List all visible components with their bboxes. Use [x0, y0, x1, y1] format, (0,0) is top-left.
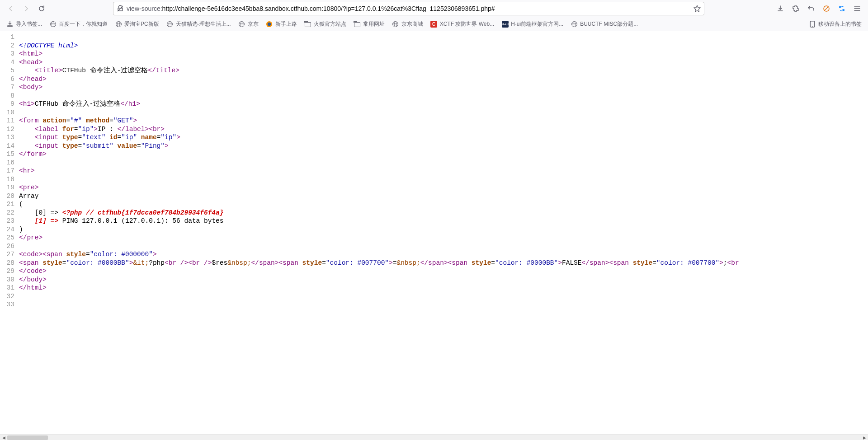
bookmark-hui[interactable]: H-uiH-ui前端框架官方网... — [499, 19, 566, 30]
extension-icon[interactable] — [788, 1, 803, 16]
menu-icon[interactable] — [850, 1, 864, 16]
line-number: 2 — [0, 42, 19, 50]
globe-icon — [115, 20, 122, 28]
line-number: 24 — [0, 225, 19, 234]
line-number: 23 — [0, 217, 19, 225]
globe-icon — [166, 20, 174, 28]
line-number: 30 — [0, 276, 19, 284]
reload-button[interactable] — [34, 1, 49, 16]
line-number: 17 — [0, 167, 19, 175]
scroll-thumb[interactable] — [7, 435, 48, 440]
undo-arrow-icon[interactable] — [804, 1, 818, 16]
hui-icon: H-ui — [501, 20, 509, 28]
url-bar[interactable]: view-source:http://challenge-5e616dc3ee4… — [113, 2, 704, 15]
browser-toolbar: view-source:http://challenge-5e616dc3ee4… — [0, 0, 868, 17]
line-number: 1 — [0, 33, 19, 42]
bookmark-xctf[interactable]: CXCTF 攻防世界 Web... — [428, 19, 497, 30]
line-number: 31 — [0, 284, 19, 292]
line-number: 20 — [0, 192, 19, 201]
globe-icon — [392, 20, 399, 28]
url-text: view-source:http://challenge-5e616dc3ee4… — [127, 5, 691, 12]
bookmark-star-icon[interactable] — [693, 5, 701, 12]
bookmark-jdmall[interactable]: 京东商城 — [389, 19, 426, 30]
globe-icon — [49, 20, 57, 28]
line-number: 29 — [0, 267, 19, 276]
source-view[interactable]: 1 2<!DOCTYPE html> 3<html> 4<head> 5 <ti… — [0, 31, 868, 434]
line-number: 21 — [0, 200, 19, 209]
line-number: 4 — [0, 58, 19, 67]
svg-point-4 — [812, 26, 813, 27]
svg-point-2 — [268, 22, 271, 26]
sync-icon[interactable] — [835, 1, 849, 16]
bookmark-jd[interactable]: 京东 — [236, 19, 261, 30]
scroll-right-button[interactable]: ▶ — [861, 435, 868, 440]
line-number: 10 — [0, 108, 19, 117]
globe-icon — [238, 20, 245, 28]
line-number: 25 — [0, 234, 19, 242]
line-number: 5 — [0, 66, 19, 75]
bookmark-aitaobao[interactable]: 爱淘宝PC新版 — [112, 19, 162, 30]
line-number: 28 — [0, 259, 19, 267]
line-number: 7 — [0, 83, 19, 92]
mobile-icon — [809, 20, 816, 28]
line-number: 27 — [0, 250, 19, 259]
bookmark-baidu[interactable]: 百度一下，你就知道 — [47, 19, 110, 30]
line-number: 18 — [0, 175, 19, 184]
downloads-icon[interactable] — [773, 1, 788, 16]
horizontal-scrollbar[interactable]: ◀ ▶ — [0, 434, 868, 440]
line-number: 14 — [0, 142, 19, 150]
firefox-icon — [266, 20, 273, 28]
line-number: 12 — [0, 125, 19, 134]
blocker-icon[interactable] — [819, 1, 834, 16]
scroll-left-button[interactable]: ◀ — [0, 435, 7, 440]
forward-button[interactable] — [19, 1, 33, 16]
xctf-icon: C — [430, 20, 438, 28]
line-number: 8 — [0, 92, 19, 100]
line-number: 26 — [0, 242, 19, 251]
bookmark-import[interactable]: 导入书签... — [4, 19, 45, 30]
bookmark-firefox-sites[interactable]: 火狐官方站点 — [302, 19, 349, 30]
folder-icon — [304, 20, 311, 28]
line-number: 9 — [0, 100, 19, 108]
bookmark-buuctf[interactable]: BUUCTF MISC部分题... — [568, 19, 641, 30]
bookmark-common[interactable]: 常用网址 — [351, 19, 387, 30]
line-number: 16 — [0, 159, 19, 167]
bookmark-mobile[interactable]: 移动设备上的书签 — [806, 19, 864, 30]
globe-icon — [571, 20, 578, 28]
line-number: 19 — [0, 183, 19, 192]
line-number: 15 — [0, 150, 19, 159]
insecure-icon — [117, 5, 124, 12]
bookmarks-bar: 导入书签... 百度一下，你就知道 爱淘宝PC新版 天猫精选-理想生活上... … — [0, 17, 868, 31]
folder-icon — [354, 20, 361, 28]
line-number: 11 — [0, 117, 19, 125]
import-icon — [6, 20, 14, 28]
line-number: 33 — [0, 300, 19, 309]
bookmark-getting-started[interactable]: 新手上路 — [263, 19, 300, 30]
back-button[interactable] — [4, 1, 18, 16]
line-number: 6 — [0, 75, 19, 84]
bookmark-tmall[interactable]: 天猫精选-理想生活上... — [164, 19, 234, 30]
line-number: 3 — [0, 50, 19, 58]
line-number: 13 — [0, 133, 19, 142]
line-number: 22 — [0, 209, 19, 217]
line-number: 32 — [0, 292, 19, 301]
